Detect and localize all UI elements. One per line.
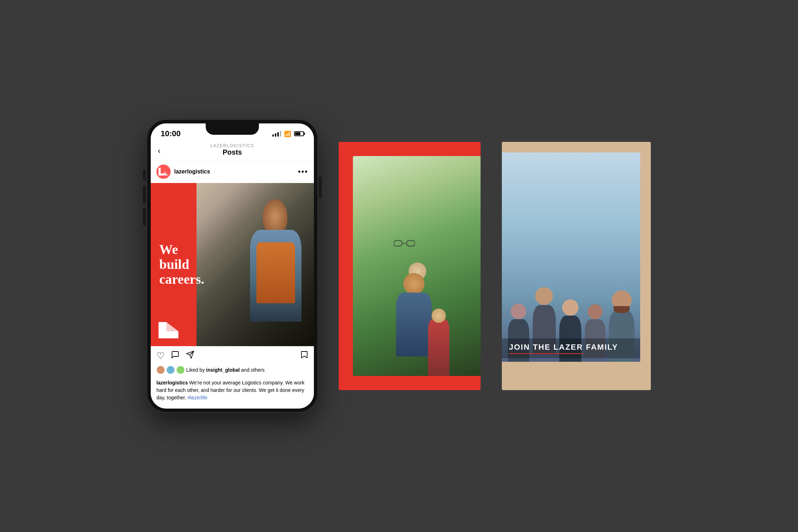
family-photo-card	[353, 156, 481, 376]
phone-notch	[206, 123, 259, 135]
ig-post-header: lazerlogistics •••	[151, 160, 314, 183]
person2-head	[535, 287, 553, 305]
post-headline: We build careers.	[159, 242, 204, 287]
liked-avatar-2	[166, 366, 175, 374]
phone-volume-up-button	[143, 185, 146, 203]
svg-marker-2	[166, 322, 178, 331]
career-photo	[196, 183, 314, 346]
ig-header: ‹ LAZERLOGISTICS Posts	[151, 142, 314, 160]
ig-brand-label: LAZERLOGISTICS	[210, 143, 254, 148]
svg-rect-0	[159, 322, 166, 338]
lazer-logo-svg	[158, 321, 179, 339]
ig-more-button[interactable]: •••	[298, 167, 308, 176]
battery-fill	[295, 132, 300, 135]
person5-head	[612, 290, 632, 310]
father-body	[396, 293, 432, 356]
phone-mute-button	[143, 170, 146, 180]
card-middle	[339, 142, 481, 390]
person-shape	[243, 199, 308, 322]
status-time: 10:00	[161, 129, 181, 138]
beard	[614, 306, 630, 313]
ig-actions: ♡	[151, 346, 314, 366]
join-underline	[509, 353, 583, 354]
join-headline: JOIN THE LAZER FAMILY	[509, 343, 633, 352]
father-head	[403, 273, 425, 294]
lazer-avatar-logo	[157, 166, 170, 177]
child-head	[432, 309, 446, 323]
child-figure	[428, 319, 449, 376]
bookmark-button[interactable]	[300, 350, 308, 361]
ig-posts-title: Posts	[223, 148, 242, 156]
phone-mockup: 10:00 📶 ‹ LAZERLOGISTICS Posts	[147, 120, 317, 412]
svg-rect-5	[394, 240, 402, 246]
signal-bars-icon	[272, 131, 281, 137]
liked-text: Liked by insight_global and others	[186, 367, 265, 373]
person3-head	[562, 299, 578, 316]
person-head	[263, 199, 287, 234]
liked-avatar-3	[176, 366, 185, 374]
battery-icon	[294, 131, 304, 136]
lazer-logo-post	[158, 321, 179, 339]
card-right: JOIN THE LAZER FAMILY	[502, 142, 651, 390]
phone-shell: 10:00 📶 ‹ LAZERLOGISTICS Posts	[147, 120, 317, 412]
father-figure	[386, 262, 442, 376]
svg-rect-6	[406, 240, 415, 246]
orange-vest	[256, 242, 295, 304]
avatar	[156, 165, 171, 179]
main-container: 10:00 📶 ‹ LAZERLOGISTICS Posts	[105, 120, 693, 412]
join-text-overlay: JOIN THE LAZER FAMILY	[502, 338, 640, 358]
phone-power-button	[319, 177, 322, 198]
wifi-icon: 📶	[284, 131, 291, 137]
group-photo	[502, 153, 640, 362]
caption-username: lazerlogistics	[156, 380, 188, 386]
person4-head	[588, 304, 603, 319]
like-button[interactable]: ♡	[156, 350, 165, 361]
phone-volume-down-button	[143, 208, 146, 226]
ig-username[interactable]: lazerlogistics	[174, 168, 210, 175]
glasses-icon	[394, 240, 415, 247]
caption-hashtag[interactable]: #lazerlife	[188, 395, 207, 400]
status-icons: 📶	[272, 131, 304, 137]
ig-back-button[interactable]: ‹	[158, 146, 160, 156]
liked-avatar-1	[156, 366, 165, 374]
share-button[interactable]	[186, 350, 194, 361]
liked-avatars: Liked by insight_global and others	[156, 366, 308, 374]
svg-rect-1	[166, 331, 178, 338]
ig-liked-section: Liked by insight_global and others	[151, 366, 314, 378]
comment-button[interactable]	[171, 350, 179, 361]
person1-head	[511, 304, 526, 319]
ig-post-image: We build careers.	[151, 183, 314, 346]
ig-caption: lazerlogistics We're not your average Lo…	[151, 378, 314, 409]
